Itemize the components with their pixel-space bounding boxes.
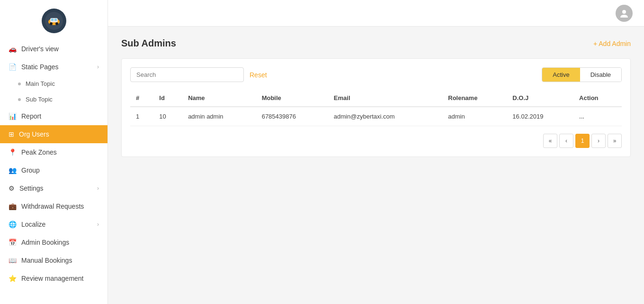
chevron-right-icon-settings: › <box>97 185 99 192</box>
col-name: Name <box>182 90 256 107</box>
sidebar-item-main-topic[interactable]: Main Topic <box>0 76 107 92</box>
user-avatar[interactable] <box>616 5 633 22</box>
cell-2: admin admin <box>182 107 256 126</box>
add-admin-button[interactable]: + Add Admin <box>593 40 631 47</box>
car-icon: 🚗 <box>9 45 17 53</box>
dot-icon-2 <box>18 98 21 101</box>
cell-5: admin <box>442 107 507 126</box>
sidebar-item-static-pages[interactable]: 📄 Static Pages › <box>0 58 107 76</box>
col-mobile: Mobile <box>256 90 328 107</box>
sidebar-item-review-management[interactable]: ⭐ Review management <box>0 269 107 287</box>
pagination: « ‹ 1 › » <box>130 134 622 148</box>
svg-point-2 <box>50 22 53 25</box>
sidebar-item-org-users[interactable]: ⊞ Org Users <box>0 125 107 143</box>
sidebar-logo <box>0 0 107 40</box>
sidebar-label-admin-bookings: Admin Bookings <box>21 239 69 246</box>
sidebar-label-main-topic: Main Topic <box>26 80 55 87</box>
col-num: # <box>130 90 153 107</box>
map-icon: 📍 <box>9 148 17 156</box>
svg-rect-5 <box>51 18 54 21</box>
admins-table: # Id Name Mobile Email Rolename D.O.J Ac… <box>130 90 622 126</box>
top-bar <box>108 0 644 27</box>
sidebar-item-report[interactable]: 📊 Report <box>0 107 107 125</box>
col-rolename: Rolename <box>442 90 507 107</box>
sidebar-label-manual-bookings: Manual Bookings <box>21 257 72 264</box>
book-icon: 📖 <box>9 257 17 264</box>
table-header-row: # Id Name Mobile Email Rolename D.O.J Ac… <box>130 90 622 107</box>
sidebar-item-withdrawal-requests[interactable]: 💼 Withdrawal Requests <box>0 197 107 215</box>
group-icon: 👥 <box>9 166 17 174</box>
sidebar-label-sub-topic: Sub Topic <box>26 96 53 103</box>
table-header: # Id Name Mobile Email Rolename D.O.J Ac… <box>130 90 622 107</box>
sidebar-item-drivers-view[interactable]: 🚗 Driver's view <box>0 40 107 58</box>
gear-icon: ⚙ <box>9 184 15 192</box>
app-logo <box>42 9 66 33</box>
active-status-button[interactable]: Active <box>542 68 580 82</box>
wallet-icon: 💼 <box>9 203 17 210</box>
sidebar-label-withdrawal-requests: Withdrawal Requests <box>21 203 84 210</box>
dot-icon <box>18 83 21 85</box>
sidebar-label-drivers-view: Driver's view <box>21 45 59 53</box>
pagination-last[interactable]: » <box>608 134 622 148</box>
page-header: Sub Admins + Add Admin <box>121 38 631 49</box>
sidebar-item-group[interactable]: 👥 Group <box>0 161 107 179</box>
globe-icon: 🌐 <box>9 221 17 228</box>
sidebar-item-settings[interactable]: ⚙ Settings › <box>0 179 107 197</box>
content-area: Sub Admins + Add Admin Reset Active Disa… <box>108 27 644 304</box>
sidebar-label-review-management: Review management <box>21 275 84 282</box>
cell-3: 6785439876 <box>256 107 328 126</box>
sidebar-label-org-users: Org Users <box>19 130 49 138</box>
grid-icon: ⊞ <box>9 130 14 138</box>
pagination-first[interactable]: « <box>543 134 557 148</box>
cell-0: 1 <box>130 107 153 126</box>
disable-status-button[interactable]: Disable <box>580 68 621 82</box>
table-body: 110admin admin6785439876admin@zybertaxi.… <box>130 107 622 126</box>
sidebar-item-manual-bookings[interactable]: 📖 Manual Bookings <box>0 251 107 269</box>
col-action: Action <box>573 90 622 107</box>
reset-button[interactable]: Reset <box>250 71 267 79</box>
sidebar-item-peak-zones[interactable]: 📍 Peak Zones <box>0 143 107 161</box>
search-input[interactable] <box>130 67 244 82</box>
sidebar-label-localize: Localize <box>21 221 45 228</box>
sidebar-label-peak-zones: Peak Zones <box>21 148 57 156</box>
cell-1: 10 <box>153 107 182 126</box>
pagination-current[interactable]: 1 <box>575 134 590 148</box>
sidebar-label-report: Report <box>21 112 41 120</box>
pagination-prev[interactable]: ‹ <box>559 134 573 148</box>
calendar-icon: 📅 <box>9 239 17 246</box>
pagination-next[interactable]: › <box>591 134 606 148</box>
sidebar-item-sub-topic[interactable]: Sub Topic <box>0 92 107 107</box>
sidebar-item-localize[interactable]: 🌐 Localize › <box>0 215 107 233</box>
star-icon: ⭐ <box>9 275 17 282</box>
file-icon: 📄 <box>9 63 17 71</box>
cell-7[interactable]: ... <box>573 107 622 126</box>
table-card: Reset Active Disable # Id Name Mobile Em… <box>121 58 631 157</box>
col-doj: D.O.J <box>507 90 573 107</box>
chart-icon: 📊 <box>9 112 17 120</box>
sidebar-label-static-pages: Static Pages <box>21 63 59 71</box>
sidebar-label-group: Group <box>21 166 40 174</box>
sidebar: 🚗 Driver's view 📄 Static Pages › Main To… <box>0 0 108 304</box>
page-title: Sub Admins <box>121 38 176 49</box>
chevron-right-icon-localize: › <box>97 221 99 228</box>
cell-6: 16.02.2019 <box>507 107 573 126</box>
sidebar-item-admin-bookings[interactable]: 📅 Admin Bookings <box>0 233 107 251</box>
main-area: Sub Admins + Add Admin Reset Active Disa… <box>108 0 644 304</box>
sidebar-label-settings: Settings <box>19 184 44 192</box>
svg-point-3 <box>55 22 58 25</box>
chevron-right-icon: › <box>97 64 99 70</box>
status-button-group: Active Disable <box>542 67 622 82</box>
svg-point-7 <box>622 10 626 14</box>
table-controls: Reset Active Disable <box>130 67 622 82</box>
col-id: Id <box>153 90 182 107</box>
cell-4: admin@zybertaxi.com <box>328 107 442 126</box>
col-email: Email <box>328 90 442 107</box>
svg-rect-6 <box>54 18 57 21</box>
table-row: 110admin admin6785439876admin@zybertaxi.… <box>130 107 622 126</box>
search-row: Reset <box>130 67 267 82</box>
